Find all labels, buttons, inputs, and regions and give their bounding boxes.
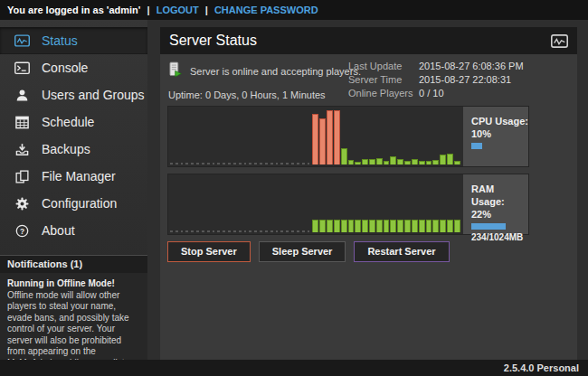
sidebar-item-label: Schedule	[42, 115, 94, 129]
sidebar-item-status[interactable]: Status	[0, 27, 147, 54]
chart-bar	[334, 220, 340, 232]
chart-bar	[181, 230, 185, 232]
main-area: Server Status Server is online and accep…	[147, 20, 588, 360]
sidebar-item-label: Status	[42, 33, 78, 48]
chart-bar	[185, 163, 190, 164]
cpu-chart-bars	[170, 108, 461, 164]
chart-bar	[454, 161, 460, 164]
chart-bar	[185, 230, 190, 232]
status-chart-icon	[14, 33, 30, 49]
server-online-icon	[169, 61, 182, 81]
cpu-usage-chart: CPU Usage: 10%	[167, 106, 529, 167]
chart-bar	[404, 161, 411, 164]
chart-bar	[170, 163, 175, 164]
sleep-server-button[interactable]: Sleep Server	[259, 241, 346, 262]
cpu-legend-label: CPU Usage:	[471, 115, 528, 127]
restart-server-button[interactable]: Restart Server	[354, 241, 449, 262]
chart-bar	[239, 163, 243, 164]
chart-bar	[319, 220, 326, 232]
ram-legend-value: 22%	[471, 208, 528, 221]
chart-bar	[308, 163, 312, 164]
logout-link[interactable]: LOGOUT	[156, 5, 199, 15]
separator: |	[147, 5, 150, 15]
chart-bar	[265, 230, 270, 232]
chart-bar	[384, 161, 390, 164]
ram-legend-swatch	[471, 223, 506, 230]
sidebar-item-configuration[interactable]: Configuration	[0, 190, 147, 217]
sidebar-item-schedule[interactable]: Schedule	[0, 108, 147, 136]
chart-bar	[223, 230, 227, 232]
chart-bar	[291, 230, 296, 232]
chart-bar	[297, 163, 301, 164]
schedule-icon	[14, 115, 30, 130]
sidebar-item-console[interactable]: Console	[0, 54, 147, 81]
chart-bar	[239, 230, 243, 232]
server-status-panel: Server Status Server is online and accep…	[160, 27, 577, 360]
chart-bar	[276, 230, 280, 232]
chart-bar	[207, 230, 212, 232]
chart-bar	[191, 163, 195, 164]
chart-bar	[376, 220, 383, 232]
sidebar-item-file-manager[interactable]: File Manager	[0, 163, 147, 190]
backups-icon	[14, 142, 30, 157]
chart-bar	[419, 161, 425, 164]
info-label: Online Players	[348, 88, 419, 99]
users-icon	[14, 88, 30, 103]
chart-bar	[217, 163, 222, 164]
chart-bar	[355, 162, 361, 164]
chart-bar	[327, 110, 333, 164]
uptime-text: Uptime: 0 Days, 0 Hours, 1 Minutes	[168, 89, 326, 100]
chart-bar	[228, 163, 232, 164]
chart-bar	[223, 163, 227, 164]
chart-bar	[454, 220, 460, 232]
chart-bar	[397, 220, 403, 232]
sidebar-item-label: File Manager	[42, 169, 116, 183]
ram-usage-legend: RAM Usage: 22% 234/1024MB	[463, 174, 528, 234]
chart-bar	[412, 159, 418, 164]
chart-bar	[312, 114, 318, 164]
chart-bar	[404, 220, 411, 232]
chart-bar	[432, 220, 439, 232]
chart-bar	[233, 230, 238, 232]
chart-bar	[419, 220, 425, 232]
info-row-server-time: Server Time 2015-08-27 22:08:31	[348, 74, 524, 85]
sidebar-item-backups[interactable]: Backups	[0, 136, 147, 163]
file-manager-icon	[14, 169, 30, 184]
sidebar-item-about[interactable]: ? About	[0, 217, 147, 244]
chart-bar	[369, 159, 375, 164]
chart-bar	[390, 220, 396, 232]
chart-bar	[327, 220, 333, 232]
info-value: 2015-08-27 6:08:36 PM	[419, 61, 524, 71]
server-status-row: Server is online and accepting players.	[169, 61, 361, 81]
chart-bar	[376, 158, 383, 164]
chart-bar	[254, 230, 259, 232]
sidebar-item-users-and-groups[interactable]: Users and Groups	[0, 81, 147, 108]
info-value: 2015-08-27 22:08:31	[419, 74, 511, 85]
sidebar-item-label: Backups	[42, 142, 90, 156]
change-password-link[interactable]: CHANGE PASSWORD	[214, 5, 318, 15]
chart-bar	[362, 220, 368, 232]
chart-bar	[175, 163, 180, 164]
chart-bar	[286, 230, 290, 232]
ram-legend-label: RAM Usage:	[471, 183, 528, 208]
chart-bar	[297, 230, 301, 232]
chart-bar	[244, 230, 249, 232]
chart-bar	[440, 220, 446, 232]
chart-bar	[265, 163, 270, 164]
info-label: Last Update	[348, 61, 419, 71]
chart-bar	[260, 163, 264, 164]
ram-chart-bars	[170, 176, 461, 232]
chart-bar	[249, 230, 253, 232]
sidebar-item-label: Console	[42, 61, 88, 75]
sidebar: Status Console Users and Groups Schedule	[0, 20, 147, 360]
chart-bar	[432, 160, 439, 164]
chart-bar	[412, 220, 418, 232]
status-chart-icon[interactable]	[551, 34, 568, 48]
ram-usage-chart: RAM Usage: 22% 234/1024MB	[167, 174, 529, 235]
svg-text:?: ?	[19, 226, 24, 235]
chart-bar	[260, 230, 264, 232]
stop-server-button[interactable]: Stop Server	[167, 241, 251, 262]
sidebar-item-label: Configuration	[42, 196, 117, 211]
chart-bar	[196, 230, 201, 232]
chart-bar	[291, 163, 296, 164]
